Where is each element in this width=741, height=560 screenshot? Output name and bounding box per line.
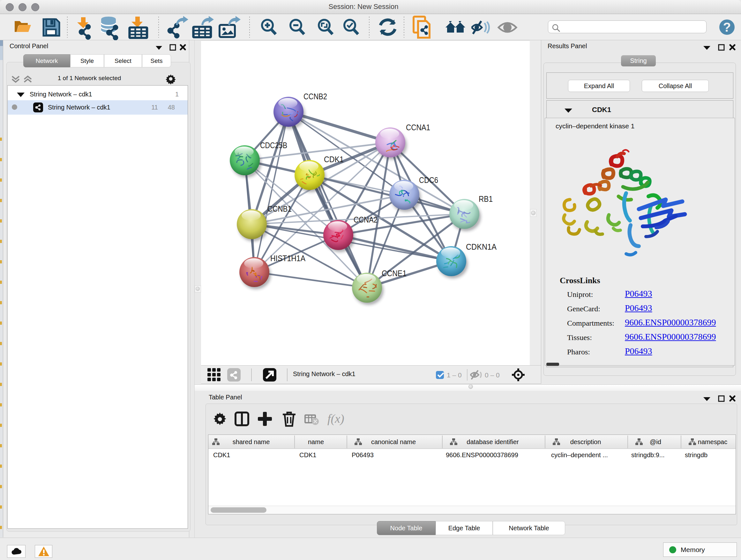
svg-text:CCNA2: CCNA2 <box>354 215 378 225</box>
svg-text:HIST1H1A: HIST1H1A <box>270 253 306 263</box>
svg-text:1 – 0: 1 – 0 <box>447 371 462 379</box>
svg-text:CCNB2: CCNB2 <box>304 91 327 101</box>
svg-text:CCNB1: CCNB1 <box>267 204 292 213</box>
svg-text:f(x): f(x) <box>327 412 344 426</box>
svg-text:name: name <box>308 438 324 445</box>
svg-text:CDKN1A: CDKN1A <box>466 242 497 252</box>
svg-text:0 – 0: 0 – 0 <box>485 371 500 379</box>
svg-text:namespac: namespac <box>698 438 727 445</box>
svg-text:@id: @id <box>650 438 661 445</box>
svg-text:CCNA1: CCNA1 <box>406 123 430 132</box>
svg-text:description: description <box>570 438 601 445</box>
svg-text:CDC6: CDC6 <box>419 175 438 185</box>
svg-text:database identifier: database identifier <box>467 438 519 445</box>
svg-text:CDK1: CDK1 <box>324 154 344 164</box>
svg-text:?: ? <box>723 20 731 34</box>
svg-text:CCNE1: CCNE1 <box>382 268 407 278</box>
svg-text:shared name: shared name <box>232 438 270 445</box>
svg-text:RB1: RB1 <box>479 194 493 204</box>
svg-text:canonical name: canonical name <box>371 438 416 445</box>
svg-text:CDC25B: CDC25B <box>260 140 287 150</box>
